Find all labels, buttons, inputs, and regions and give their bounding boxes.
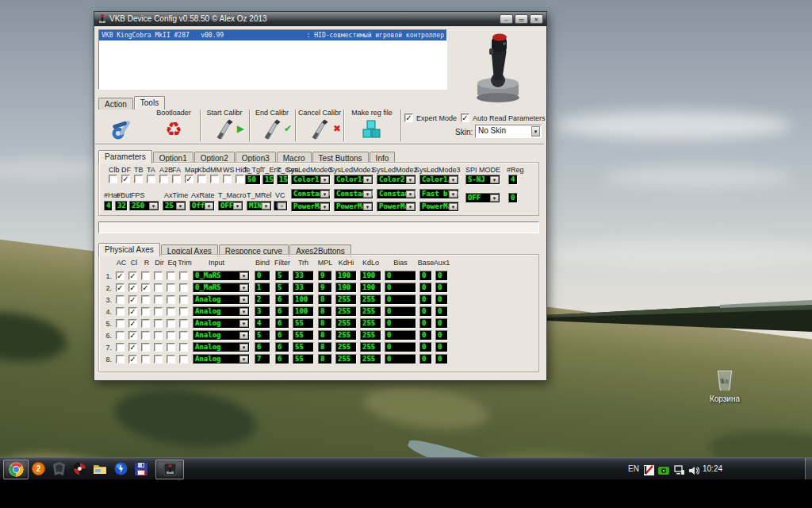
axis-1-bias[interactable]: 0: [385, 271, 416, 281]
axis-6-check-cl[interactable]: ✓: [128, 331, 137, 340]
dropdown-arrow-icon[interactable]: ▼: [363, 190, 372, 198]
axis-6-input-dropdown[interactable]: Analog▼: [193, 330, 250, 341]
flag-checkbox-kbd[interactable]: [197, 175, 206, 183]
maximize-button[interactable]: ▭: [515, 14, 528, 24]
dropdown-arrow-icon[interactable]: ▼: [531, 126, 540, 137]
antivirus-tray-icon[interactable]: [644, 464, 654, 479]
axis-5-base[interactable]: 0: [419, 318, 432, 329]
axis-5-trh[interactable]: 55: [293, 318, 314, 329]
reg-field-2[interactable]: 0: [508, 193, 518, 203]
axis-8-bias[interactable]: 0: [385, 354, 416, 364]
axis-4-input-dropdown[interactable]: Analog▼: [193, 306, 250, 317]
param-dropdown-t-macro[interactable]: OFF▼: [218, 201, 243, 211]
axis-8-check-r[interactable]: [141, 355, 150, 364]
axis-8-base[interactable]: 0: [419, 354, 432, 364]
axis-2-input-dropdown[interactable]: 0_MaRS▼: [193, 283, 250, 293]
axis-6-base[interactable]: 0: [419, 330, 432, 341]
axis-8-kdhi[interactable]: 255: [335, 354, 357, 364]
axis-4-filter[interactable]: 6: [275, 306, 289, 317]
axis-5-kdhi[interactable]: 255: [335, 318, 357, 329]
taskbar-icon-file-explorer[interactable]: [90, 460, 109, 478]
axis-3-check-dir[interactable]: [154, 295, 163, 304]
flag-checkbox-clb[interactable]: [109, 175, 117, 183]
axis-6-kdlo[interactable]: 255: [360, 330, 381, 341]
axis-4-trh[interactable]: 100: [293, 306, 314, 317]
axis-7-check-r[interactable]: [141, 343, 150, 352]
titlebar[interactable]: VKB Device Config v0.58.50 © Alex Oz 201…: [94, 12, 546, 26]
axis-3-bias[interactable]: 0: [385, 294, 416, 305]
end-calibr-button[interactable]: End Calibr✔: [251, 108, 293, 142]
param-field-hat[interactable]: 4: [104, 201, 113, 211]
recycle-bin[interactable]: Корзина: [707, 368, 742, 405]
dropdown-arrow-icon[interactable]: ▼: [262, 202, 270, 210]
axis-1-mpl[interactable]: 9: [318, 271, 332, 281]
dropdown-arrow-icon[interactable]: ▼: [320, 176, 329, 183]
axis-4-check-cl[interactable]: ✓: [128, 307, 137, 316]
taskbar-icon-vkb-config-app[interactable]: [155, 460, 184, 479]
axis-6-filter[interactable]: 6: [275, 330, 289, 341]
dropdown-arrow-icon[interactable]: ▼: [490, 176, 499, 183]
axis-8-trh[interactable]: 55: [293, 354, 314, 364]
led-mode-dropdown-2[interactable]: Color2▼: [377, 175, 416, 185]
axis-8-check-cl[interactable]: ✓: [128, 355, 137, 364]
axis-5-filter[interactable]: 6: [275, 318, 289, 329]
axis-7-check-ac[interactable]: [116, 343, 124, 352]
axis-5-check-ac[interactable]: [116, 319, 124, 328]
dropdown-arrow-icon[interactable]: ▼: [149, 202, 158, 210]
axis-7-check-trim[interactable]: [179, 343, 188, 352]
axis-1-check-eq[interactable]: [167, 271, 175, 280]
show-desktop-button[interactable]: [805, 458, 812, 479]
minimize-button[interactable]: –: [500, 14, 513, 24]
axis-4-aux[interactable]: 0: [435, 306, 448, 317]
led-power-dropdown-2[interactable]: PowerMax▼: [377, 202, 416, 212]
axis-6-check-dir[interactable]: [154, 331, 163, 340]
dropdown-arrow-icon[interactable]: ▼: [449, 190, 458, 198]
flag-checkbox-ws[interactable]: [223, 175, 232, 183]
axis-5-check-cl[interactable]: ✓: [128, 319, 137, 328]
axis-1-bind[interactable]: 0: [255, 271, 270, 281]
dropdown-arrow-icon[interactable]: ▼: [233, 202, 242, 210]
axis-3-trh[interactable]: 100: [293, 294, 314, 305]
network-tray-icon[interactable]: [674, 464, 685, 479]
axis-7-base[interactable]: 0: [419, 342, 432, 352]
param-dropdown-axtime[interactable]: 25▼: [163, 201, 186, 211]
axis-5-check-trim[interactable]: [179, 319, 188, 328]
make-reg-file-button[interactable]: Make reg file: [346, 108, 398, 142]
axis-2-check-eq[interactable]: [167, 283, 175, 292]
axis-6-kdhi[interactable]: 255: [335, 330, 357, 341]
axis-4-check-r[interactable]: [141, 307, 150, 316]
axis-8-mpl[interactable]: 8: [318, 354, 332, 364]
axis-4-bias[interactable]: 0: [385, 306, 416, 317]
axis-1-check-cl[interactable]: ✓: [128, 271, 137, 280]
dropdown-arrow-icon[interactable]: ▼: [406, 203, 415, 210]
cancel-calibr-button[interactable]: Cancel Calibr✖: [297, 108, 343, 142]
param-field-but[interactable]: 32: [115, 201, 128, 211]
dropdown-arrow-icon[interactable]: ▼: [239, 272, 248, 279]
reg-field-1[interactable]: 4: [508, 175, 518, 185]
param-dropdown-vc[interactable]: 0▼: [274, 201, 288, 211]
dropdown-arrow-icon[interactable]: ▼: [320, 190, 329, 198]
led-blink-dropdown-0[interactable]: Constantly▼: [291, 189, 331, 199]
axis-1-kdhi[interactable]: 190: [335, 271, 357, 281]
axis-3-mpl[interactable]: 8: [318, 294, 332, 305]
axis-2-bind[interactable]: 1: [255, 283, 270, 293]
flag-checkbox-mm[interactable]: [210, 175, 219, 183]
axis-4-kdlo[interactable]: 255: [360, 306, 381, 317]
led-blink-dropdown-1[interactable]: Constantly▼: [334, 189, 373, 199]
bootloader-button[interactable]: Bootloader♻: [149, 108, 198, 142]
axis-2-kdhi[interactable]: 190: [335, 283, 357, 293]
flag-checkbox-ta[interactable]: [147, 175, 155, 183]
tab-physical-axes[interactable]: Physical Axes: [98, 243, 160, 256]
axis-2-trh[interactable]: 33: [293, 283, 314, 293]
axis-1-input-dropdown[interactable]: 0_MaRS▼: [193, 271, 250, 281]
axis-2-filter[interactable]: 5: [275, 283, 289, 293]
axis-3-kdhi[interactable]: 255: [335, 294, 357, 305]
spi-mode2-dropdown[interactable]: OFF▼: [465, 193, 500, 203]
led-mode-dropdown-0[interactable]: Color1▼: [291, 175, 331, 185]
dropdown-arrow-icon[interactable]: ▼: [239, 284, 248, 291]
axis-3-aux[interactable]: 0: [435, 294, 448, 305]
axis-8-filter[interactable]: 6: [275, 354, 289, 364]
axis-8-check-ac[interactable]: [116, 355, 124, 364]
axis-4-check-dir[interactable]: [154, 307, 163, 316]
led-mode-dropdown-1[interactable]: Color1+2▼: [334, 175, 373, 185]
